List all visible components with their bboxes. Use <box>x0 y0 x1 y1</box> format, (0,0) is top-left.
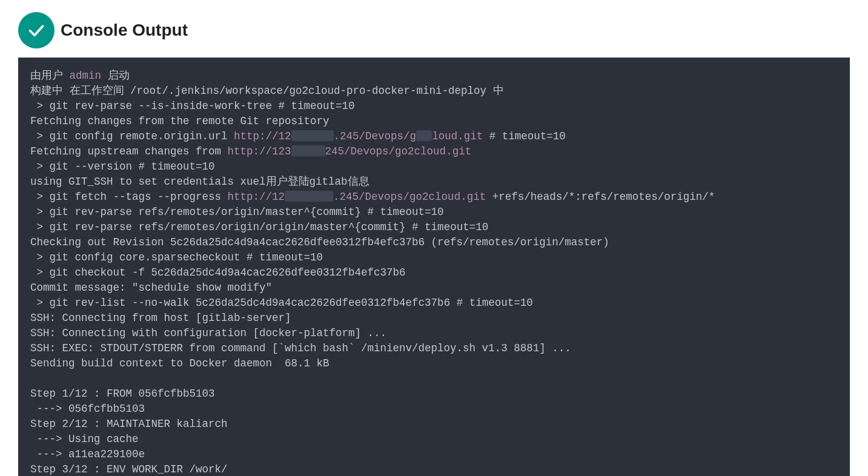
console-line: 由用户 admin 启动 <box>30 68 838 84</box>
console-line: 构建中 在工作空间 /root/.jenkins/workspace/go2cl… <box>30 84 838 99</box>
redacted-segment <box>285 191 333 202</box>
page-header: Console Output <box>0 0 868 58</box>
console-link[interactable]: 245/Devops/go2cloud.git <box>325 145 472 157</box>
console-line: SSH: EXEC: STDOUT/STDERR from command [`… <box>30 341 838 356</box>
console-user: admin <box>70 70 102 82</box>
console-line: Fetching upstream changes from http://12… <box>30 144 838 159</box>
console-line: using GIT_SSH to set credentials xuel用户登… <box>30 174 838 190</box>
console-text: Fetching upstream changes from <box>30 145 228 157</box>
console-link[interactable]: http://123 <box>228 145 291 157</box>
redacted-segment <box>291 145 325 156</box>
console-line: SSH: Connecting from host [gitlab-server… <box>30 311 838 326</box>
console-line: ---> Using cache <box>30 432 838 447</box>
console-line: > git rev-list --no-walk 5c26da25dc4d9a4… <box>30 296 838 311</box>
console-line: Checking out Revision 5c26da25dc4d9a4cac… <box>30 235 838 250</box>
console-line: > git fetch --tags --progress http://12.… <box>30 190 838 205</box>
console-line: Step 1/12 : FROM 056fcfbb5103 <box>30 386 838 402</box>
console-line: > git --version # timeout=10 <box>30 159 838 174</box>
console-output: 由用户 admin 启动构建中 在工作空间 /root/.jenkins/wor… <box>18 58 850 476</box>
console-line: > git rev-parse refs/remotes/origin/orig… <box>30 220 838 235</box>
console-line: Sending build context to Docker daemon 6… <box>30 356 838 371</box>
console-link[interactable]: http://12 <box>228 191 285 203</box>
console-link[interactable]: .245/Devops/go2cloud.git <box>333 191 486 203</box>
console-line: > git config remote.origin.url http://12… <box>30 129 838 144</box>
console-line: Fetching changes from the remote Git rep… <box>30 114 838 129</box>
console-text: > git config remote.origin.url <box>30 130 234 142</box>
console-link[interactable]: loud.git <box>432 130 483 142</box>
console-link[interactable]: http://12 <box>234 130 291 142</box>
redacted-segment <box>416 130 432 141</box>
console-text: 由用户 <box>30 70 70 82</box>
console-line: Commit message: "schedule show modify" <box>30 280 838 296</box>
console-link[interactable]: .245/Devops/g <box>334 130 417 142</box>
console-line: SSH: Connecting with configuration [dock… <box>30 326 838 341</box>
console-line: > git rev-parse --is-inside-work-tree # … <box>30 99 838 114</box>
console-line: > git config core.sparsecheckout # timeo… <box>30 250 838 265</box>
console-line: Step 2/12 : MAINTAINER kaliarch <box>30 417 838 432</box>
console-line <box>30 371 838 386</box>
console-line: Step 3/12 : ENV WORK_DIR /work/ <box>30 462 838 476</box>
redacted-segment <box>291 130 334 141</box>
console-line: > git checkout -f 5c26da25dc4d9a4cac2626… <box>30 265 838 280</box>
console-text: # timeout=10 <box>483 130 566 142</box>
page-title: Console Output <box>61 21 188 40</box>
console-line: > git rev-parse refs/remotes/origin/mast… <box>30 205 838 220</box>
success-icon <box>18 12 55 48</box>
console-text: +refs/heads/*:refs/remotes/origin/* <box>486 191 715 203</box>
console-text: 启动 <box>101 70 130 82</box>
console-text: > git fetch --tags --progress <box>30 191 228 203</box>
console-line: ---> 056fcfbb5103 <box>30 402 838 417</box>
console-line: ---> a11ea229100e <box>30 447 838 462</box>
